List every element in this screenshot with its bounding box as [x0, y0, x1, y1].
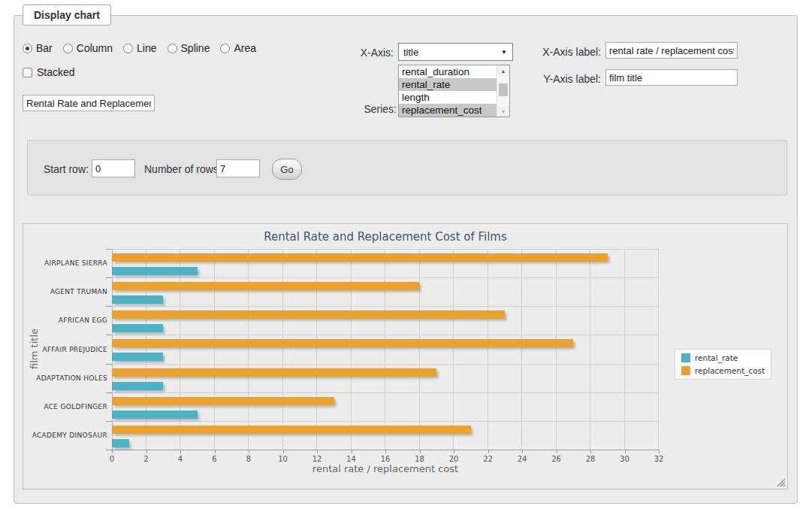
x-axis-selected-value: title	[403, 47, 418, 58]
x-axis-tick-label: 10	[272, 455, 294, 463]
chart-type-option-line: Line	[123, 42, 156, 54]
bar-rental_rate	[112, 411, 198, 419]
x-axis-tick	[317, 450, 318, 453]
bar-rental_rate	[112, 439, 129, 447]
series-option-replacement_cost[interactable]: replacement_cost	[399, 104, 509, 117]
chart-type-radio-spline[interactable]	[168, 44, 177, 53]
number-of-rows-input[interactable]	[216, 159, 260, 177]
x-axis-label-input[interactable]	[605, 42, 738, 59]
chart-type-radio-bar[interactable]	[23, 44, 32, 53]
category-label: AFFAIR PREJUDICE	[23, 346, 107, 353]
gridline-y	[112, 277, 659, 278]
scroll-down-icon[interactable]: ▼	[497, 106, 509, 117]
gridline-x	[624, 249, 625, 450]
chart-type-radio-label: Column	[77, 42, 113, 54]
gridline-x	[453, 249, 454, 450]
x-axis-tick-label: 14	[340, 455, 363, 463]
gridline-x	[316, 249, 317, 450]
gridline-y	[112, 306, 659, 307]
y-axis-tick	[106, 335, 112, 335]
chart-title-input[interactable]	[23, 95, 155, 111]
x-axis-tick	[215, 450, 216, 453]
x-axis-tick-label: 32	[647, 455, 670, 463]
legend-swatch-rental_rate	[681, 353, 690, 362]
row-controls-panel	[27, 140, 787, 195]
chart-type-option-area: Area	[220, 42, 256, 54]
chart-x-axis-title: rental rate / replacement cost	[112, 463, 659, 474]
legend-label: rental_rate	[695, 353, 738, 362]
gridline-y	[112, 335, 659, 335]
y-axis-tick	[106, 306, 112, 307]
dropdown-arrow-icon: ▼	[501, 49, 507, 56]
series-option-rental_duration[interactable]: rental_duration	[399, 65, 509, 78]
category-label: AGENT TRUMAN	[23, 288, 107, 295]
x-axis-tick	[385, 450, 386, 453]
x-axis-tick-label: 12	[306, 455, 328, 463]
category-label: AIRPLANE SIERRA	[23, 259, 107, 267]
x-axis-tick	[659, 450, 660, 453]
resize-handle-icon[interactable]	[777, 478, 786, 487]
y-axis-label-input[interactable]	[605, 69, 738, 86]
chart-type-radio-line[interactable]	[123, 44, 133, 53]
series-listbox[interactable]: rental_durationrental_ratelengthreplacem…	[398, 65, 510, 117]
y-axis-line	[112, 249, 113, 450]
legend-swatch-replacement_cost	[681, 366, 690, 375]
legend-item-replacement_cost[interactable]: replacement_cost	[681, 366, 765, 375]
x-axis-tick	[352, 450, 352, 453]
chart-type-radio-label: Line	[137, 42, 156, 54]
gridline-y	[112, 364, 659, 365]
x-axis-tick	[146, 450, 147, 453]
legend-label: replacement_cost	[695, 366, 765, 375]
series-option-rental_rate[interactable]: rental_rate	[399, 78, 509, 91]
chart-type-radio-column[interactable]	[63, 44, 73, 53]
scrollbar-thumb[interactable]	[499, 83, 508, 96]
start-row-label: Start row:	[44, 163, 89, 175]
x-axis-tick	[590, 450, 591, 453]
gridline-x	[214, 249, 215, 450]
plot-area: 02468101214161820222426283032AIRPLANE SI…	[112, 249, 659, 450]
bar-rental_rate	[112, 267, 198, 275]
fieldset-legend: Display chart	[23, 5, 111, 26]
series-label: Series:	[352, 103, 397, 115]
x-axis-label-label: X-Axis label:	[539, 46, 601, 58]
x-axis-select[interactable]: title ▼	[398, 43, 513, 61]
number-of-rows-label: Number of rows:	[144, 163, 222, 175]
x-axis-tick-label: 26	[545, 455, 568, 463]
x-axis-tick-label: 24	[511, 455, 533, 463]
x-axis-tick-label: 28	[579, 455, 602, 463]
category-label: ADAPTATION HOLES	[23, 374, 107, 382]
stacked-checkbox[interactable]	[23, 68, 32, 77]
start-row-input[interactable]	[92, 159, 135, 177]
y-axis-tick	[106, 392, 112, 393]
series-scrollbar[interactable]: ▲ ▼	[497, 65, 509, 117]
x-axis-line	[112, 450, 660, 450]
gridline-y	[112, 421, 659, 422]
chart-type-radio-area[interactable]	[220, 44, 230, 53]
legend-item-rental_rate[interactable]: rental_rate	[681, 353, 765, 362]
gridline-x	[521, 249, 522, 450]
bar-rental_rate	[112, 353, 163, 361]
gridline-x	[282, 249, 283, 450]
bar-replacement_cost	[112, 282, 419, 290]
chart-type-radio-label: Area	[234, 42, 256, 54]
x-axis-tick	[522, 450, 523, 453]
scroll-up-icon[interactable]: ▲	[497, 65, 509, 76]
stacked-row: Stacked	[23, 66, 75, 78]
go-button[interactable]: Go	[272, 159, 302, 180]
chart-container: Rental Rate and Replacement Cost of Film…	[23, 223, 788, 489]
bar-rental_rate	[112, 295, 163, 304]
x-axis-tick-label: 2	[135, 455, 158, 463]
x-axis-tick	[249, 450, 249, 453]
gridline-x	[419, 249, 420, 450]
gridline-x	[351, 249, 352, 450]
bar-replacement_cost	[112, 368, 436, 377]
series-option-length[interactable]: length	[399, 91, 509, 104]
bar-replacement_cost	[112, 397, 334, 405]
x-axis-tick	[557, 450, 557, 453]
gridline-x	[385, 249, 385, 450]
x-axis-tick-label: 6	[204, 455, 226, 463]
x-axis-tick	[488, 450, 489, 453]
x-axis-tick-label: 22	[477, 455, 500, 463]
y-axis-label-label: Y-Axis label:	[539, 73, 601, 85]
x-axis-tick	[420, 450, 421, 453]
